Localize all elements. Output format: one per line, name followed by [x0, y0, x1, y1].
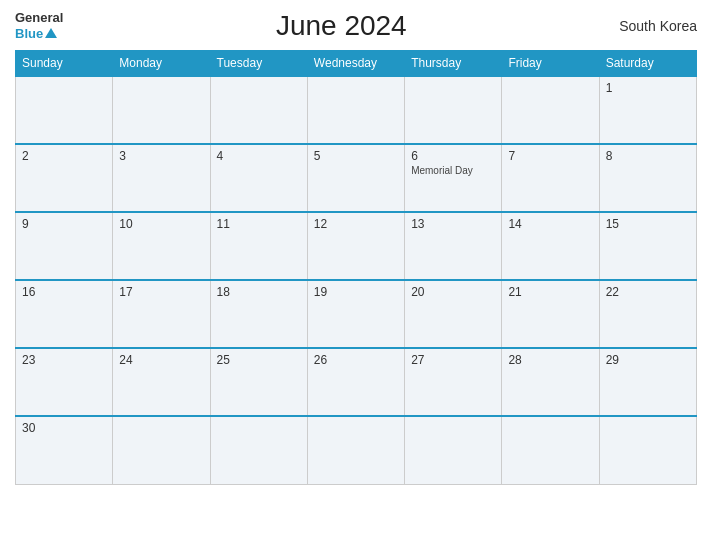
- day-cell-empty: [113, 76, 210, 144]
- day-cell-29: 29: [599, 348, 696, 416]
- day-number: 16: [22, 285, 106, 299]
- day-number: 27: [411, 353, 495, 367]
- day-cell-19: 19: [307, 280, 404, 348]
- day-cell-7: 7: [502, 144, 599, 212]
- logo-general-text: General: [15, 10, 63, 26]
- day-cell-6: 6 Memorial Day: [405, 144, 502, 212]
- day-cell-empty: [307, 76, 404, 144]
- day-number: 5: [314, 149, 398, 163]
- week-row-5: 23 24 25 26 27 28 29: [16, 348, 697, 416]
- calendar-page: General Blue June 2024 South Korea Sunda…: [0, 0, 712, 550]
- day-cell-8: 8: [599, 144, 696, 212]
- day-cell-1: 1: [599, 76, 696, 144]
- day-number: 19: [314, 285, 398, 299]
- col-tuesday: Tuesday: [210, 51, 307, 77]
- day-cell-27: 27: [405, 348, 502, 416]
- week-row-2: 2 3 4 5 6 Memorial Day 7: [16, 144, 697, 212]
- day-number: 20: [411, 285, 495, 299]
- day-cell-18: 18: [210, 280, 307, 348]
- day-cell-24: 24: [113, 348, 210, 416]
- logo-triangle-icon: [45, 28, 57, 38]
- day-cell-23: 23: [16, 348, 113, 416]
- day-cell-9: 9: [16, 212, 113, 280]
- col-thursday: Thursday: [405, 51, 502, 77]
- day-number: 11: [217, 217, 301, 231]
- day-number: 8: [606, 149, 690, 163]
- day-cell-empty: [502, 416, 599, 484]
- day-number: 4: [217, 149, 301, 163]
- day-cell-15: 15: [599, 212, 696, 280]
- day-cell-10: 10: [113, 212, 210, 280]
- day-cell-22: 22: [599, 280, 696, 348]
- day-number: 17: [119, 285, 203, 299]
- event-label: Memorial Day: [411, 165, 473, 176]
- calendar-header: Sunday Monday Tuesday Wednesday Thursday…: [16, 51, 697, 77]
- col-friday: Friday: [502, 51, 599, 77]
- day-number: 23: [22, 353, 106, 367]
- day-cell-empty: [113, 416, 210, 484]
- day-number: 18: [217, 285, 301, 299]
- logo-blue-text: Blue: [15, 26, 63, 42]
- weekday-header-row: Sunday Monday Tuesday Wednesday Thursday…: [16, 51, 697, 77]
- day-cell-3: 3: [113, 144, 210, 212]
- day-cell-11: 11: [210, 212, 307, 280]
- calendar-title: June 2024: [276, 10, 407, 42]
- day-cell-empty: [307, 416, 404, 484]
- logo: General Blue: [15, 10, 63, 41]
- day-number: 13: [411, 217, 495, 231]
- week-row-3: 9 10 11 12 13 14 15: [16, 212, 697, 280]
- day-number: 25: [217, 353, 301, 367]
- day-cell-12: 12: [307, 212, 404, 280]
- day-cell-empty: [210, 76, 307, 144]
- day-cell-5: 5: [307, 144, 404, 212]
- day-number: 15: [606, 217, 690, 231]
- day-cell-empty: [405, 76, 502, 144]
- day-cell-empty: [16, 76, 113, 144]
- day-number: 24: [119, 353, 203, 367]
- day-cell-26: 26: [307, 348, 404, 416]
- day-number: 6: [411, 149, 495, 163]
- day-number: 12: [314, 217, 398, 231]
- day-number: 22: [606, 285, 690, 299]
- day-cell-2: 2: [16, 144, 113, 212]
- day-number: 1: [606, 81, 690, 95]
- day-cell-25: 25: [210, 348, 307, 416]
- day-cell-21: 21: [502, 280, 599, 348]
- day-number: 28: [508, 353, 592, 367]
- day-number: 21: [508, 285, 592, 299]
- day-cell-16: 16: [16, 280, 113, 348]
- day-cell-empty: [599, 416, 696, 484]
- day-number: 26: [314, 353, 398, 367]
- day-cell-empty: [210, 416, 307, 484]
- week-row-6: 30: [16, 416, 697, 484]
- calendar-table: Sunday Monday Tuesday Wednesday Thursday…: [15, 50, 697, 485]
- day-number: 14: [508, 217, 592, 231]
- header: General Blue June 2024 South Korea: [15, 10, 697, 42]
- col-saturday: Saturday: [599, 51, 696, 77]
- day-cell-14: 14: [502, 212, 599, 280]
- day-cell-13: 13: [405, 212, 502, 280]
- day-cell-30: 30: [16, 416, 113, 484]
- day-number: 3: [119, 149, 203, 163]
- week-row-1: 1: [16, 76, 697, 144]
- day-cell-4: 4: [210, 144, 307, 212]
- day-number: 29: [606, 353, 690, 367]
- day-number: 9: [22, 217, 106, 231]
- day-number: 30: [22, 421, 106, 435]
- calendar-body: 1 2 3 4 5 6 Memorial Day: [16, 76, 697, 484]
- col-monday: Monday: [113, 51, 210, 77]
- day-cell-empty: [405, 416, 502, 484]
- day-cell-empty: [502, 76, 599, 144]
- region-label: South Korea: [619, 18, 697, 34]
- day-number: 2: [22, 149, 106, 163]
- day-cell-17: 17: [113, 280, 210, 348]
- week-row-4: 16 17 18 19 20 21 22: [16, 280, 697, 348]
- day-cell-28: 28: [502, 348, 599, 416]
- day-cell-20: 20: [405, 280, 502, 348]
- col-wednesday: Wednesday: [307, 51, 404, 77]
- day-number: 7: [508, 149, 592, 163]
- day-number: 10: [119, 217, 203, 231]
- col-sunday: Sunday: [16, 51, 113, 77]
